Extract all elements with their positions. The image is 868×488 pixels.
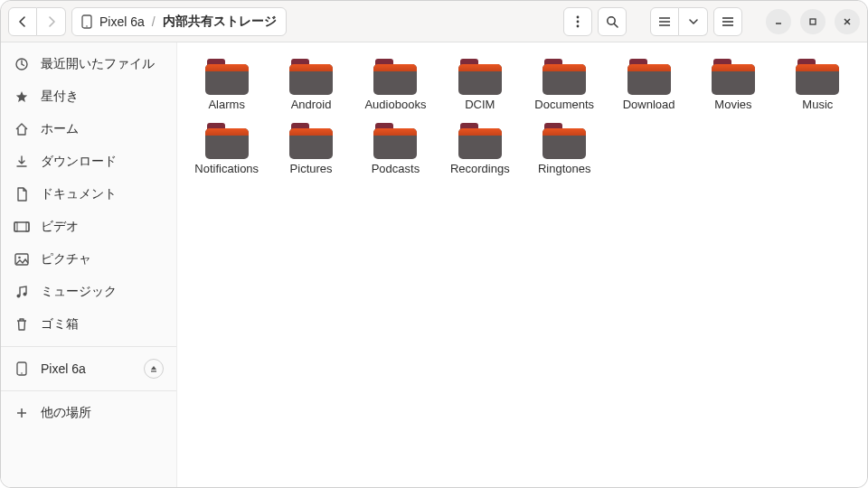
folder-icon — [712, 59, 755, 95]
chevron-left-icon — [17, 16, 28, 27]
folder-label: Alarms — [208, 99, 244, 112]
folder-label: Android — [291, 99, 332, 112]
sidebar-separator — [1, 390, 176, 391]
kebab-icon — [576, 15, 580, 28]
folder-icon — [289, 59, 333, 95]
sidebar-item[interactable]: ホーム — [1, 113, 176, 145]
folder-item[interactable]: Download — [607, 55, 691, 116]
svg-rect-14 — [810, 19, 816, 24]
maximize-button[interactable] — [800, 9, 826, 34]
svg-rect-19 — [14, 222, 17, 231]
sidebar-item[interactable]: ビデオ — [1, 211, 176, 243]
home-icon — [14, 122, 30, 136]
folder-icon — [205, 59, 249, 95]
sidebar-item-label: ミュージック — [41, 284, 117, 300]
back-button[interactable] — [8, 7, 37, 36]
folder-item[interactable]: Notifications — [184, 119, 269, 180]
folder-item[interactable]: Documents — [523, 55, 607, 116]
folder-label: DCIM — [465, 99, 495, 112]
svg-point-23 — [17, 295, 21, 298]
sidebar-item[interactable]: ドキュメント — [1, 178, 176, 211]
folder-icon — [796, 59, 839, 95]
search-icon — [606, 15, 618, 28]
close-button[interactable] — [835, 9, 860, 34]
video-icon — [14, 221, 30, 233]
folder-label: Ringtones — [538, 163, 591, 176]
folder-item[interactable]: Audiobooks — [354, 55, 438, 116]
eject-button[interactable] — [144, 359, 164, 379]
folder-label: Documents — [534, 99, 594, 112]
sidebar-item-label: ピクチャ — [41, 251, 91, 267]
sidebar-device-pixel6a[interactable]: Pixel 6a — [1, 352, 176, 385]
sidebar-item-label: Pixel 6a — [41, 361, 86, 376]
close-icon — [843, 17, 852, 26]
folder-label: Music — [802, 99, 833, 112]
music-icon — [14, 285, 30, 299]
sidebar-other-locations[interactable]: 他の場所 — [1, 397, 176, 429]
sidebar-item[interactable]: 最近開いたファイル — [1, 48, 176, 80]
svg-rect-20 — [26, 222, 29, 231]
svg-point-24 — [24, 293, 27, 296]
sidebar-item[interactable]: ダウンロード — [1, 145, 176, 178]
folder-icon — [458, 59, 502, 95]
folder-item[interactable]: Music — [776, 55, 860, 116]
breadcrumb-device[interactable]: Pixel 6a — [99, 14, 145, 29]
folder-icon — [289, 123, 333, 159]
breadcrumb-current[interactable]: 内部共有ストレージ — [163, 14, 277, 30]
folder-icon — [542, 123, 586, 159]
minimize-icon — [774, 17, 783, 26]
svg-point-4 — [577, 24, 580, 27]
chevron-right-icon — [46, 16, 57, 27]
plus-icon — [14, 407, 30, 419]
folder-label: Notifications — [194, 163, 259, 176]
folder-label: Pictures — [290, 163, 333, 176]
sidebar-item-label: ビデオ — [41, 219, 79, 235]
folder-item[interactable]: Pictures — [269, 119, 353, 180]
eject-icon — [149, 364, 158, 373]
sidebar-item[interactable]: ピクチャ — [1, 243, 176, 276]
minimize-button[interactable] — [766, 9, 791, 34]
document-icon — [14, 187, 30, 202]
sidebar-item-label: ドキュメント — [41, 186, 117, 202]
sidebar-item-label: ホーム — [41, 121, 79, 137]
hamburger-icon — [722, 16, 734, 27]
forward-button[interactable] — [37, 7, 66, 36]
breadcrumb[interactable]: Pixel 6a / 内部共有ストレージ — [71, 7, 287, 36]
svg-point-22 — [18, 257, 21, 259]
folder-item[interactable]: Ringtones — [523, 119, 607, 180]
sidebar-item[interactable]: ゴミ箱 — [1, 308, 176, 341]
folder-item[interactable]: DCIM — [438, 55, 522, 116]
folder-item[interactable]: Android — [269, 55, 353, 116]
sidebar-item-label: 星付き — [41, 89, 79, 105]
folder-item[interactable]: Movies — [691, 55, 775, 116]
folder-icon — [458, 123, 502, 159]
folder-item[interactable]: Podcasts — [354, 119, 438, 180]
sidebar-item-label: 他の場所 — [41, 405, 91, 421]
titlebar: Pixel 6a / 内部共有ストレージ — [1, 1, 867, 42]
folder-icon — [205, 123, 249, 159]
view-dropdown-button[interactable] — [679, 7, 708, 36]
list-view-button[interactable] — [650, 7, 679, 36]
chevron-down-icon — [689, 19, 698, 24]
sidebar-item[interactable]: ミュージック — [1, 276, 176, 308]
folder-item[interactable]: Alarms — [184, 55, 269, 116]
folder-item[interactable]: Recordings — [438, 119, 522, 180]
folder-label: Download — [623, 99, 675, 112]
trash-icon — [14, 317, 30, 332]
folder-grid: AlarmsAndroidAudiobooksDCIMDocumentsDown… — [184, 55, 860, 180]
sidebar-separator — [1, 346, 176, 347]
folder-icon — [373, 59, 417, 95]
search-button[interactable] — [598, 7, 627, 36]
sidebar-item[interactable]: 星付き — [1, 80, 176, 113]
svg-point-3 — [577, 20, 580, 23]
view-mode-group — [650, 7, 708, 36]
content-area[interactable]: AlarmsAndroidAudiobooksDCIMDocumentsDown… — [177, 42, 867, 487]
kebab-menu-button[interactable] — [563, 7, 592, 36]
file-manager-window: Pixel 6a / 内部共有ストレージ — [0, 0, 868, 488]
folder-label: Movies — [714, 99, 751, 112]
maximize-icon — [808, 17, 817, 26]
svg-point-2 — [577, 15, 580, 18]
phone-icon — [14, 361, 30, 376]
folder-label: Recordings — [450, 163, 510, 176]
hamburger-menu-button[interactable] — [713, 7, 742, 36]
